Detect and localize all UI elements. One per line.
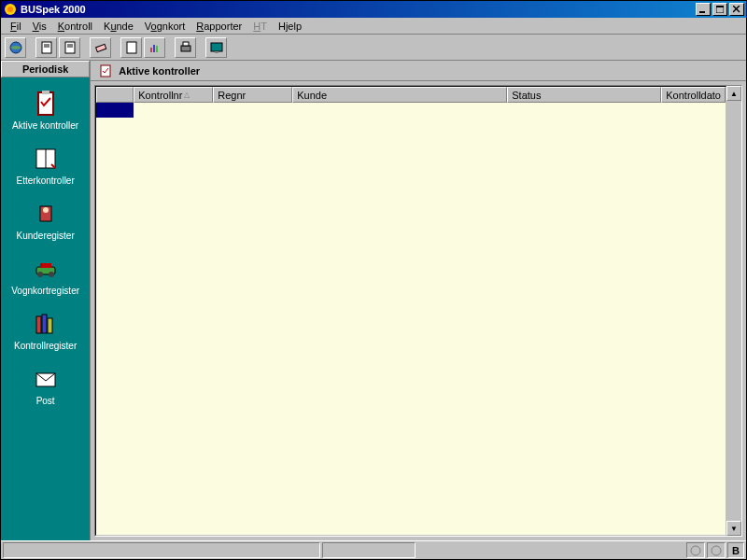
svg-rect-35 — [48, 318, 52, 333]
svg-rect-21 — [211, 43, 222, 51]
maximize-button[interactable] — [712, 3, 727, 16]
toolbar-screen-button[interactable] — [205, 37, 227, 58]
chart-icon — [148, 40, 162, 55]
menu-vognkort[interactable]: Vognkort — [139, 20, 190, 33]
app-icon — [3, 2, 18, 17]
menu-kontroll[interactable]: Kontroll — [52, 20, 98, 33]
statusbar: B — [1, 540, 746, 559]
toolbar-print-button[interactable] — [175, 37, 196, 58]
clipboard-icon — [98, 63, 113, 78]
circle-icon — [690, 545, 701, 556]
mail-icon — [31, 364, 61, 394]
toolbar-doc1-button[interactable] — [35, 37, 57, 58]
content-title: Aktive kontroller — [119, 65, 200, 77]
sidebar: Periodisk Aktive kontroller Etterkontrol… — [1, 61, 91, 540]
sidebar-item-label: Aktive kontroller — [12, 120, 78, 131]
grid-selected-row-indicator — [96, 103, 134, 118]
svg-point-31 — [49, 272, 54, 277]
menubar: Fil Vis Kontroll Kunde Vognkort Rapporte… — [1, 18, 746, 35]
sidebar-item-label: Etterkontroller — [17, 175, 75, 186]
grid-col-kunde[interactable]: Kunde — [292, 87, 507, 103]
toolbar — [1, 35, 746, 61]
svg-rect-18 — [156, 46, 158, 52]
grid-col-regnr[interactable]: Regnr — [213, 87, 292, 103]
grid-body[interactable] — [96, 103, 726, 535]
main-area: Periodisk Aktive kontroller Etterkontrol… — [1, 61, 746, 540]
circle-icon — [711, 545, 722, 556]
svg-rect-24 — [42, 91, 49, 94]
svg-point-30 — [37, 272, 43, 277]
person-icon — [31, 199, 61, 229]
toolbar-erase-button[interactable] — [90, 37, 111, 58]
vertical-scrollbar[interactable]: ▲ ▼ — [726, 86, 741, 536]
content-area: Aktive kontroller Kontrollnr△ Regnr Kund… — [91, 61, 746, 540]
svg-point-1 — [7, 7, 13, 12]
svg-rect-34 — [42, 315, 47, 333]
grid-header: Kontrollnr△ Regnr Kunde Status Kontrolld… — [96, 87, 726, 103]
sidebar-item-kontrollregister[interactable]: Kontrollregister — [1, 305, 90, 355]
scroll-up-button[interactable]: ▲ — [726, 86, 741, 101]
svg-rect-32 — [40, 263, 51, 268]
svg-rect-19 — [181, 46, 190, 51]
menu-vis[interactable]: Vis — [27, 20, 52, 33]
titlebar: BUSpek 2000 — [1, 1, 746, 18]
screen-icon — [209, 40, 224, 55]
printer-icon — [178, 40, 193, 55]
eraser-icon — [93, 40, 108, 55]
sidebar-item-label: Kontrollregister — [14, 341, 77, 351]
grid-col-status[interactable]: Status — [507, 87, 661, 103]
menu-rapporter[interactable]: Rapporter — [190, 20, 247, 33]
svg-rect-14 — [95, 44, 106, 51]
status-cell-2 — [322, 542, 416, 558]
sidebar-item-kunderegister[interactable]: Kunderegister — [1, 195, 90, 245]
grid-col-selector[interactable] — [96, 87, 134, 103]
toolbar-page-button[interactable] — [120, 37, 142, 58]
grid-container: Kontrollnr△ Regnr Kunde Status Kontrolld… — [94, 85, 742, 537]
svg-rect-16 — [150, 48, 152, 52]
menu-fil[interactable]: Fil — [5, 20, 27, 33]
toolbar-doc2-button[interactable] — [59, 37, 80, 58]
grid-col-kontrollnr[interactable]: Kontrollnr△ — [134, 87, 213, 103]
svg-rect-4 — [716, 6, 724, 7]
sidebar-item-label: Post — [36, 396, 55, 406]
sidebar-item-label: Kunderegister — [17, 231, 75, 241]
minimize-button[interactable] — [696, 3, 711, 16]
sidebar-body: Aktive kontroller Etterkontroller Kunder… — [1, 77, 90, 540]
app-window: BUSpek 2000 Fil Vis Kontroll Kunde Vognk… — [0, 0, 747, 560]
globe-icon — [8, 40, 23, 55]
svg-point-38 — [691, 546, 700, 555]
window-title: BUSpek 2000 — [21, 4, 694, 15]
menu-kunde[interactable]: Kunde — [98, 20, 139, 33]
sidebar-item-aktive-kontroller[interactable]: Aktive kontroller — [1, 85, 90, 134]
sort-asc-icon: △ — [184, 91, 190, 99]
svg-rect-11 — [65, 42, 75, 53]
svg-rect-20 — [183, 42, 189, 46]
sidebar-item-etterkontroller[interactable]: Etterkontroller — [1, 140, 90, 189]
status-indicator: B — [727, 542, 744, 558]
svg-rect-22 — [215, 51, 218, 53]
svg-rect-2 — [699, 11, 705, 13]
close-button[interactable] — [729, 3, 744, 16]
svg-rect-8 — [42, 42, 51, 53]
toolbar-chart-button[interactable] — [144, 37, 165, 58]
menu-hjelp[interactable]: Hjelp — [273, 20, 307, 33]
scroll-down-button[interactable]: ▼ — [726, 521, 741, 536]
grid-col-kontrolldato[interactable]: Kontrolldato — [661, 87, 726, 103]
svg-rect-15 — [127, 42, 136, 53]
sidebar-item-label: Vognkortregister — [11, 286, 79, 296]
status-icon-1 — [686, 542, 705, 558]
books-icon — [31, 309, 61, 339]
status-cell-1 — [3, 542, 320, 558]
sidebar-item-vognkortregister[interactable]: Vognkortregister — [1, 250, 90, 300]
sidebar-header[interactable]: Periodisk — [1, 61, 90, 77]
book-icon — [31, 144, 61, 174]
menu-ht: HT — [247, 20, 273, 33]
document-icon — [63, 40, 78, 55]
svg-rect-17 — [153, 45, 155, 52]
sidebar-item-post[interactable]: Post — [1, 360, 90, 410]
toolbar-globe-button[interactable] — [5, 37, 26, 58]
document-icon — [39, 40, 54, 55]
content-header: Aktive kontroller — [91, 61, 746, 81]
clipboard-icon — [31, 89, 61, 119]
svg-rect-33 — [36, 316, 41, 333]
